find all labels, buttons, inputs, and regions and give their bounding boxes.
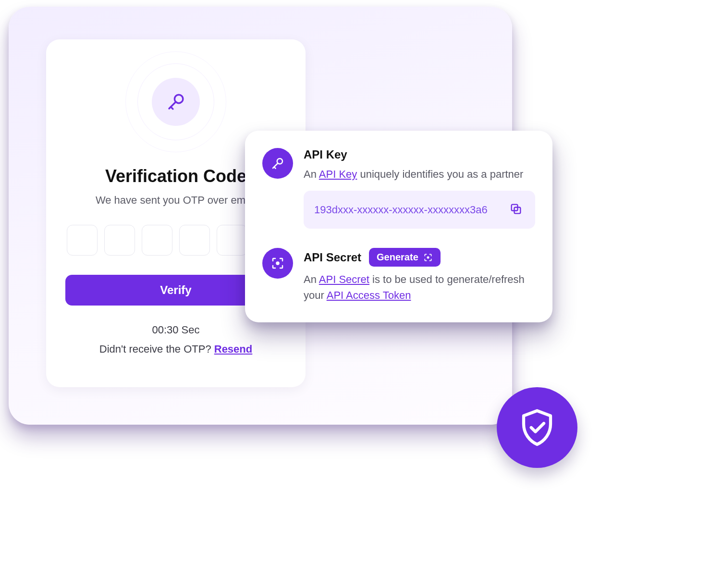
otp-input-3[interactable] bbox=[142, 225, 172, 256]
api-key-heading: API Key bbox=[304, 148, 347, 161]
api-key-icon-circle bbox=[262, 148, 293, 179]
focus-icon bbox=[423, 253, 433, 262]
resend-link[interactable]: Resend bbox=[214, 343, 252, 355]
api-key-desc-suffix: uniquely identifies you as a partner bbox=[357, 168, 523, 180]
api-secret-body: API Secret Generate An API Secret is to … bbox=[304, 248, 535, 303]
resend-line: Didn't receive the OTP? Resend bbox=[65, 343, 286, 355]
svg-point-8 bbox=[277, 262, 279, 265]
api-key-row: API Key An API Key uniquely identifies y… bbox=[262, 148, 535, 229]
api-key-description: An API Key uniquely identifies you as a … bbox=[304, 166, 535, 182]
svg-point-9 bbox=[427, 257, 429, 258]
copy-icon bbox=[509, 202, 523, 216]
svg-line-2 bbox=[171, 107, 173, 109]
otp-input-1[interactable] bbox=[67, 225, 98, 256]
api-key-desc-prefix: An bbox=[304, 168, 319, 180]
svg-line-5 bbox=[274, 167, 276, 169]
api-key-body: API Key An API Key uniquely identifies y… bbox=[304, 148, 535, 229]
otp-input-2[interactable] bbox=[104, 225, 135, 256]
api-key-value: 193dxxx-xxxxxx-xxxxxx-xxxxxxxx3a6 bbox=[314, 202, 488, 218]
key-circle bbox=[152, 78, 200, 126]
copy-api-key-button[interactable] bbox=[507, 200, 525, 219]
otp-input-4[interactable] bbox=[179, 225, 210, 256]
api-access-token-link[interactable]: API Access Token bbox=[327, 289, 411, 301]
api-secret-link[interactable]: API Secret bbox=[319, 273, 369, 285]
generate-secret-button[interactable]: Generate bbox=[369, 248, 441, 267]
api-secret-desc-prefix: An bbox=[304, 273, 319, 285]
api-secret-description: An API Secret is to be used to generate/… bbox=[304, 271, 535, 303]
key-icon bbox=[166, 92, 186, 112]
api-key-value-box: 193dxxx-xxxxxx-xxxxxx-xxxxxxxx3a6 bbox=[304, 191, 535, 229]
api-secret-heading: API Secret bbox=[304, 251, 361, 264]
resend-prefix: Didn't receive the OTP? bbox=[99, 343, 214, 355]
api-secret-row: API Secret Generate An API Secret is to … bbox=[262, 248, 535, 303]
otp-timer: 00:30 Sec bbox=[65, 324, 286, 336]
focus-icon bbox=[270, 256, 285, 270]
api-secret-icon-circle bbox=[262, 248, 293, 279]
key-illustration bbox=[123, 49, 229, 155]
generate-label: Generate bbox=[377, 252, 418, 263]
api-card: API Key An API Key uniquely identifies y… bbox=[245, 131, 552, 322]
security-fab[interactable] bbox=[497, 387, 577, 468]
shield-check-icon bbox=[517, 407, 557, 448]
key-icon bbox=[270, 156, 285, 171]
api-key-link[interactable]: API Key bbox=[319, 168, 357, 180]
otp-input-5[interactable] bbox=[217, 225, 247, 256]
